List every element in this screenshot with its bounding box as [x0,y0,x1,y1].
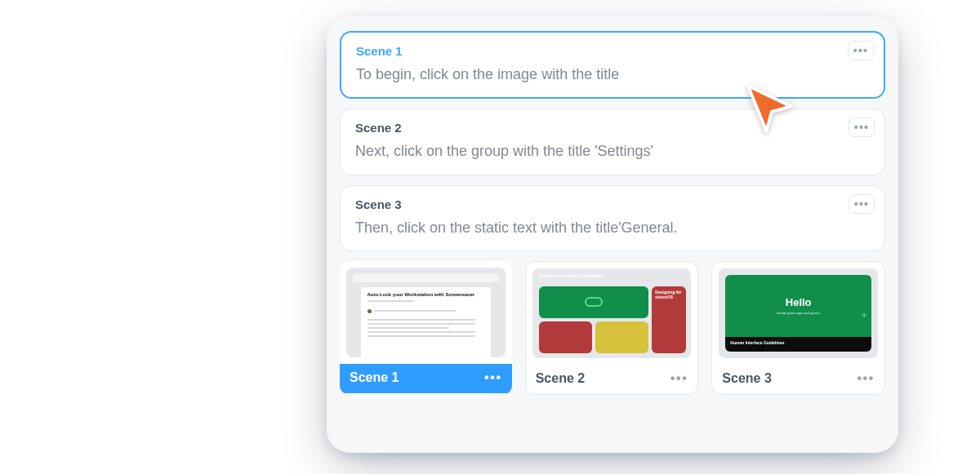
more-icon: ••• [853,44,868,57]
editor-panel: ••• Scene 1 To begin, click on the image… [327,16,898,453]
goggles-icon [585,297,603,307]
plus-icon: + [862,311,866,320]
thumbnail-1-menu[interactable]: ••• [484,370,502,385]
more-icon: ••• [854,197,869,210]
scene-card-3[interactable]: ••• Scene 3 Then, click on the static te… [340,185,885,251]
more-icon: ••• [854,121,869,134]
scene-card-2[interactable]: ••• Scene 2 Next, click on the group wit… [340,109,885,175]
thumbnail-2-menu[interactable]: ••• [670,371,688,386]
thumbnail-1[interactable]: Auto-Lock your Workstation with Screensa… [340,261,512,395]
thumbnail-1-label: Scene 1 [350,370,399,385]
thumbnail-3-label: Scene 3 [722,371,771,386]
thumbnail-2-side: Designing for visionOS [652,286,686,353]
scene-card-3-description: Then, click on the static text with the … [355,218,870,237]
thumbnail-2-label: Scene 2 [536,371,585,386]
scene-card-3-title: Scene 3 [355,197,870,211]
scene-card-1-menu[interactable]: ••• [848,41,874,60]
thumbnail-2-header: Human Interface Guidelines [532,268,692,280]
scene-card-2-menu[interactable]: ••• [849,117,875,137]
thumbnail-1-preview: Auto-Lock your Workstation with Screensa… [346,268,506,357]
scene-card-2-description: Next, click on the group with the title … [355,141,870,161]
thumbnail-1-heading: Auto-Lock your Workstation with Screensa… [368,292,485,298]
scene-card-2-title: Scene 2 [355,121,870,135]
thumbnail-3[interactable]: Hello design great apps and games + Huma… [711,261,885,395]
scene-card-1-title: Scene 1 [356,44,869,58]
scene-card-3-menu[interactable]: ••• [849,194,875,214]
thumbnail-strip: Auto-Lock your Workstation with Screensa… [340,261,885,395]
thumbnail-3-menu[interactable]: ••• [857,371,875,386]
thumbnail-3-footer: Human Interface Guidelines [725,337,871,352]
thumbnail-3-hello: Hello [786,296,812,308]
scene-card-1[interactable]: ••• Scene 1 To begin, click on the image… [340,31,885,99]
scene-card-1-description: To begin, click on the image with the ti… [356,64,869,84]
thumbnail-2-preview: Human Interface Guidelines Designing for… [532,268,692,358]
thumbnail-3-preview: Hello design great apps and games + Huma… [719,268,878,358]
thumbnail-2[interactable]: Human Interface Guidelines Designing for… [525,261,699,395]
